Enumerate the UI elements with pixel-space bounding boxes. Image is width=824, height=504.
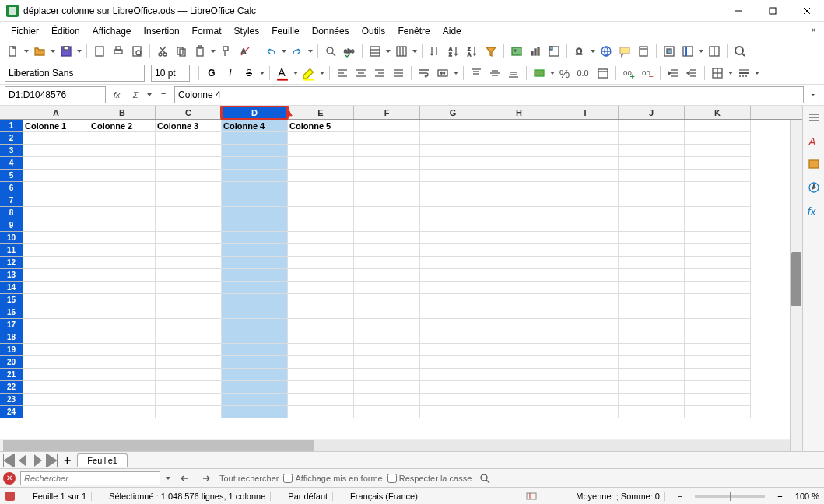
cell[interactable]	[288, 157, 354, 170]
cell[interactable]	[486, 381, 552, 394]
cell[interactable]	[486, 120, 552, 132]
cell[interactable]	[354, 306, 420, 319]
valign-middle-icon[interactable]	[486, 65, 503, 82]
cell[interactable]	[89, 170, 156, 182]
redo-dropdown[interactable]	[307, 50, 314, 53]
cell[interactable]	[222, 182, 288, 194]
row-header[interactable]: 3	[0, 145, 23, 157]
menu-edition[interactable]: Édition	[45, 23, 86, 39]
cell[interactable]	[89, 194, 156, 207]
row-header[interactable]: 5	[0, 170, 23, 182]
cell[interactable]	[354, 269, 420, 282]
cell[interactable]	[619, 406, 685, 418]
save-dropdown[interactable]	[76, 50, 82, 53]
cell[interactable]	[619, 244, 685, 257]
cell[interactable]	[288, 182, 354, 194]
cell[interactable]: Colonne 4	[222, 120, 288, 132]
split-icon[interactable]	[706, 43, 723, 60]
cell[interactable]	[552, 331, 619, 344]
cell[interactable]	[23, 132, 89, 145]
spreadsheet-grid[interactable]: A B C D E F G H I J K 1Colonne 1Colonne …	[0, 106, 802, 451]
cell[interactable]	[23, 145, 89, 157]
cell[interactable]	[23, 319, 89, 331]
cell[interactable]	[89, 132, 156, 145]
cell[interactable]	[354, 182, 420, 194]
cell[interactable]	[685, 356, 751, 369]
cell[interactable]	[486, 394, 552, 406]
cell[interactable]	[23, 170, 89, 182]
sidebar-gallery-icon[interactable]	[805, 156, 822, 173]
cell[interactable]	[89, 369, 156, 381]
cell[interactable]	[552, 182, 619, 194]
cell[interactable]	[552, 232, 619, 244]
cell[interactable]	[552, 306, 619, 319]
function-wizard-icon[interactable]: fx	[109, 87, 124, 103]
cell[interactable]	[552, 319, 619, 331]
cell[interactable]	[156, 244, 222, 257]
cell[interactable]	[486, 194, 552, 207]
cell[interactable]	[288, 306, 354, 319]
row-header[interactable]: 16	[0, 306, 23, 319]
cell[interactable]	[619, 369, 685, 381]
cell[interactable]	[552, 406, 619, 418]
cell[interactable]	[156, 232, 222, 244]
cell[interactable]	[354, 394, 420, 406]
cell[interactable]	[552, 244, 619, 257]
cell[interactable]	[89, 269, 156, 282]
cell[interactable]	[89, 207, 156, 219]
cell[interactable]	[354, 356, 420, 369]
cell[interactable]	[420, 381, 486, 394]
menu-outils[interactable]: Outils	[356, 23, 392, 39]
autofilter-icon[interactable]	[482, 43, 500, 60]
cell[interactable]	[89, 406, 156, 418]
cell[interactable]	[552, 394, 619, 406]
cell[interactable]	[685, 244, 751, 257]
cell[interactable]	[89, 232, 156, 244]
cell[interactable]	[685, 282, 751, 294]
print-preview-icon[interactable]	[128, 43, 146, 60]
find-history-dropdown[interactable]	[165, 477, 171, 480]
cell[interactable]	[89, 344, 156, 356]
cell[interactable]	[23, 331, 89, 344]
cell[interactable]	[420, 120, 486, 132]
sum-dropdown[interactable]	[146, 93, 153, 96]
cell[interactable]	[486, 282, 552, 294]
sort-asc-icon[interactable]: AZ	[445, 43, 462, 60]
cell[interactable]	[288, 344, 354, 356]
decrease-indent-icon[interactable]	[683, 65, 700, 82]
row-header[interactable]: 2	[0, 132, 23, 145]
close-button[interactable]	[796, 3, 818, 19]
cell[interactable]	[420, 406, 486, 418]
cell[interactable]	[420, 157, 486, 170]
cell[interactable]	[23, 157, 89, 170]
row-header[interactable]: 7	[0, 194, 23, 207]
zoom-icon[interactable]	[731, 43, 749, 60]
cell[interactable]	[354, 194, 420, 207]
font-color-icon[interactable]: A	[274, 65, 291, 82]
cell[interactable]	[420, 194, 486, 207]
cell[interactable]	[420, 331, 486, 344]
cell[interactable]	[552, 356, 619, 369]
cell[interactable]	[23, 244, 89, 257]
menu-donnees[interactable]: Données	[306, 23, 356, 39]
cell[interactable]	[685, 306, 751, 319]
cell[interactable]: Colonne 5	[288, 120, 354, 132]
cell[interactable]	[156, 207, 222, 219]
cell[interactable]	[354, 257, 420, 269]
col-header-G[interactable]: G	[420, 106, 486, 119]
minimize-button[interactable]	[728, 3, 749, 19]
tab-first-icon[interactable]	[3, 454, 16, 467]
date-icon[interactable]	[594, 65, 612, 82]
tab-next-icon[interactable]	[31, 454, 44, 467]
cut-icon[interactable]	[154, 43, 171, 60]
cell[interactable]	[288, 381, 354, 394]
select-all-corner[interactable]	[0, 106, 23, 119]
row-header[interactable]: 19	[0, 344, 23, 356]
cell[interactable]	[619, 219, 685, 232]
sidebar-styles-icon[interactable]: A	[805, 132, 822, 149]
menu-fenetre[interactable]: Fenêtre	[391, 23, 436, 39]
image-icon[interactable]	[508, 43, 525, 60]
cell[interactable]	[89, 306, 156, 319]
cell[interactable]	[89, 394, 156, 406]
bold-button[interactable]: G	[203, 65, 220, 82]
